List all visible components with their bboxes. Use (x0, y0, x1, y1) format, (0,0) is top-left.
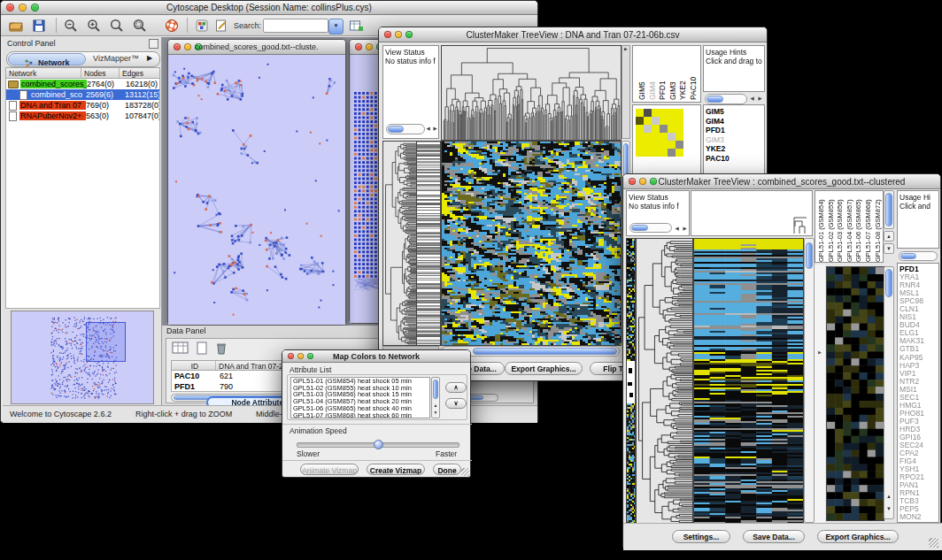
move-up-button[interactable]: ∧ (445, 382, 467, 393)
search-input[interactable] (263, 19, 328, 33)
usage-hints-scrollbar[interactable] (705, 94, 747, 104)
scroll-down-button[interactable]: ▼ (884, 243, 894, 254)
matrix-cell[interactable] (636, 141, 644, 149)
close-button[interactable] (384, 31, 391, 38)
column-dendrogram[interactable] (441, 45, 622, 141)
matrix-cell[interactable] (668, 133, 676, 141)
matrix-cell[interactable] (676, 141, 683, 149)
table-view-icon[interactable] (172, 341, 189, 358)
network-canvas-a[interactable] (168, 55, 345, 325)
gene-list-item[interactable]: MON2 (898, 513, 938, 521)
minimize-button[interactable] (395, 31, 402, 38)
matrix-cell[interactable] (652, 133, 660, 141)
matrix-cell[interactable] (652, 149, 660, 157)
float-panel-icon[interactable] (149, 39, 158, 49)
gene-list-item[interactable]: PFD1 (704, 126, 764, 135)
network-table-row[interactable]: RNAPuberNov2+563(0)107847(0) (6, 111, 159, 121)
row-dendrogram[interactable] (382, 141, 417, 346)
network-table-row[interactable]: combined_scores_2764(0)16218(0) (6, 79, 159, 89)
vizmapper-icon[interactable] (194, 18, 210, 37)
treeview-combined-titlebar[interactable]: ClusterMaker TreeView : combined_scores_… (623, 174, 940, 189)
global-overview-strip[interactable] (416, 141, 441, 346)
animation-speed-slider[interactable] (297, 442, 459, 448)
network-overview-panel[interactable] (11, 311, 154, 404)
scroll-up-button[interactable]: ▲ (884, 494, 893, 499)
matrix-cell[interactable] (668, 117, 676, 125)
export-graphics-button[interactable]: Export Graphics... (505, 362, 583, 375)
delete-attribute-icon[interactable] (214, 341, 228, 358)
matrix-cell[interactable] (636, 125, 644, 133)
heatmap-main-view[interactable] (693, 238, 804, 525)
resize-grip[interactable] (461, 468, 469, 476)
zoom-selected-icon[interactable] (132, 18, 148, 37)
slider-thumb[interactable] (374, 440, 383, 449)
matrix-cell[interactable] (636, 133, 644, 141)
matrix-cell[interactable] (660, 117, 668, 125)
column-header-nodes[interactable]: Nodes (81, 68, 120, 78)
gene-list-item[interactable]: PAC10 (704, 154, 764, 164)
heatmap-main-view[interactable] (441, 141, 622, 346)
tab-vizmapper[interactable]: VizMapper™ (89, 54, 143, 63)
scrollbar-thumb[interactable] (631, 225, 648, 231)
zoom-in-icon[interactable] (86, 18, 102, 37)
matrix-cell[interactable] (660, 109, 668, 117)
open-file-icon[interactable] (8, 18, 24, 37)
matrix-cell[interactable] (644, 149, 652, 157)
column-header-id[interactable]: ID (172, 361, 216, 370)
matrix-cell[interactable] (652, 141, 660, 149)
minimize-button[interactable] (639, 178, 646, 185)
scroll-right-icon[interactable]: ▶ (681, 224, 689, 236)
matrix-cell[interactable] (676, 149, 683, 157)
matrix-cell[interactable] (660, 141, 668, 149)
export-graphics-button[interactable]: Export Graphics... (817, 530, 899, 543)
matrix-cell[interactable] (644, 125, 652, 133)
more-tabs-button[interactable]: ▶ (147, 54, 152, 62)
gene-list-item[interactable]: GIM3 (704, 135, 764, 145)
row-dendrogram[interactable] (636, 238, 693, 525)
matrix-cell[interactable] (636, 117, 644, 125)
heatmap-zoom-view[interactable] (826, 266, 884, 521)
zoom-out-icon[interactable] (63, 18, 79, 37)
global-overview-strip[interactable] (626, 238, 636, 525)
gene-list-item[interactable]: GIM5 (704, 107, 764, 117)
column-dendrogram-panel[interactable] (691, 190, 813, 236)
scroll-up-button[interactable]: ▲ (884, 231, 894, 242)
matrix-cell[interactable] (668, 109, 676, 117)
scroll-left-icon[interactable]: ◀ (673, 224, 681, 236)
settings-button[interactable]: Settings... (672, 530, 730, 543)
attribute-list-vscrollbar[interactable]: ▲ ▼ (431, 377, 440, 418)
network-table-row[interactable]: DNA and Tran 07769(0)183728(0) (6, 100, 159, 111)
matrix-cell[interactable] (636, 109, 644, 117)
similarity-matrix[interactable] (636, 109, 683, 157)
zoom-fit-icon[interactable] (109, 18, 125, 37)
matrix-cell[interactable] (660, 125, 668, 133)
scroll-right-icon[interactable]: ▶ (431, 124, 439, 139)
close-button[interactable] (355, 43, 362, 50)
matrix-cell[interactable] (652, 125, 660, 133)
scrollbar-thumb[interactable] (388, 126, 404, 133)
scroll-up-button[interactable]: ▲ (432, 403, 439, 408)
matrix-cell[interactable] (644, 133, 652, 141)
minimize-button[interactable] (184, 43, 191, 50)
view-status-scrollbar[interactable] (629, 223, 672, 233)
done-button[interactable]: Done (433, 464, 461, 475)
matrix-cell[interactable] (636, 149, 644, 157)
close-button[interactable] (6, 4, 14, 12)
view-a-titlebar[interactable]: combined_scores_good.txt--cluste... (168, 40, 345, 55)
animate-vizmap-button[interactable]: Animate Vizmap (300, 464, 359, 475)
close-button[interactable] (629, 178, 636, 185)
matrix-cell[interactable] (660, 149, 668, 157)
scrollbar-thumb[interactable] (433, 380, 438, 399)
treeview-dna-titlebar[interactable]: ClusterMaker TreeView : DNA and Tran 07-… (379, 27, 767, 42)
help-icon[interactable] (164, 18, 180, 37)
column-header-edges[interactable]: Edges (120, 68, 159, 78)
new-attribute-icon[interactable] (195, 341, 209, 358)
tab-network[interactable]: Network (8, 53, 86, 65)
matrix-cell[interactable] (660, 133, 668, 141)
matrix-cell[interactable] (652, 109, 660, 117)
usage-hints-scrollbar[interactable] (899, 251, 938, 261)
matrix-cell[interactable] (676, 109, 683, 117)
save-session-icon[interactable] (31, 18, 47, 37)
matrix-cell[interactable] (644, 109, 652, 117)
close-button[interactable] (174, 43, 181, 50)
